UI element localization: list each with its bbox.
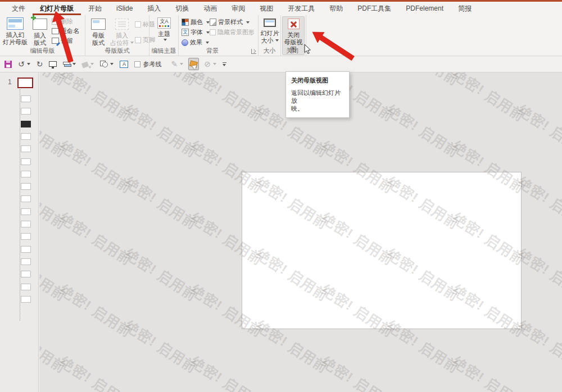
master-slide-thumbnail[interactable]: [17, 78, 33, 88]
dropdown-caret-icon: [90, 63, 94, 65]
watermark-text: 绝密! 启用前: [39, 72, 70, 89]
tab-slide-master[interactable]: 幻灯片母版: [33, 2, 81, 15]
dropdown-caret-icon: [206, 42, 209, 44]
master-layout-button[interactable]: 母版 版式: [88, 16, 109, 47]
tab-pdf-tools[interactable]: PDF工具集: [350, 2, 398, 15]
select-objects-icon: [189, 60, 198, 67]
dropdown-caret-icon: [246, 21, 250, 24]
group-size: 幻灯片 大小 大小: [259, 15, 281, 56]
layout-thumbnail[interactable]: [21, 221, 31, 227]
tab-file[interactable]: 文件: [4, 2, 33, 15]
delete-label: 删除: [61, 17, 73, 26]
preserve-icon: [52, 38, 59, 44]
arrange-button[interactable]: [62, 58, 77, 70]
dropdown-caret-icon: [275, 39, 279, 42]
block-authors-button: ⊘: [203, 58, 217, 70]
layout-thumbnail[interactable]: [21, 108, 31, 115]
background-styles-button[interactable]: 背景样式: [210, 18, 250, 26]
slide-thumbnail-panel: 1: [0, 72, 39, 392]
hide-background-checkbox-icon: [210, 29, 216, 35]
dropdown-caret-icon: [130, 42, 134, 44]
blocked-icon: ⊘: [204, 60, 211, 68]
tab-home[interactable]: 开始: [81, 2, 109, 15]
tab-islide[interactable]: iSlide: [109, 2, 140, 15]
tab-presentation[interactable]: 简报: [451, 2, 479, 15]
shapes-button[interactable]: [99, 58, 115, 70]
slide-size-button[interactable]: 幻灯片 大小: [260, 16, 280, 44]
layout-thumbnail[interactable]: [21, 195, 31, 202]
layout-thumbnail[interactable]: [21, 296, 31, 303]
guides-label: 参考线: [143, 60, 161, 69]
quick-access-toolbar: ↺ ↻ A 参考线 ✎ ⊘: [0, 56, 562, 72]
dropdown-caret-icon: [213, 63, 216, 65]
preserve-button[interactable]: 保留: [52, 37, 73, 45]
layout-thumbnail[interactable]: [21, 183, 31, 190]
slide-size-icon: [264, 19, 276, 27]
effects-label: 效果: [190, 38, 202, 47]
group-edit-master: 插入幻 灯片母版 插入 版式 删除 重命名 保留 编辑母版: [0, 15, 85, 56]
layout-thumbnail[interactable]: [21, 95, 31, 102]
insert-placeholder-icon: [115, 19, 129, 30]
layout-thumbnail[interactable]: [21, 258, 31, 265]
insert-slide-master-button[interactable]: 插入幻 灯片母版: [2, 16, 28, 46]
themes-icon-glyph: 文A: [160, 19, 168, 24]
tab-animations[interactable]: 动画: [196, 2, 224, 15]
group-master-layout: 母版 版式 插入 占位符 标题 页脚 母版版式: [85, 15, 149, 56]
tab-developer[interactable]: 开发工具: [280, 2, 322, 15]
layout-thumbnail[interactable]: [21, 246, 31, 253]
effects-button[interactable]: 效果: [182, 38, 209, 47]
watermark-text: 绝密! 启用前: [383, 101, 463, 162]
tab-pdfelement[interactable]: PDFelement: [398, 2, 451, 15]
layout-thumbnail[interactable]: [21, 233, 31, 240]
undo-icon: ↺: [18, 60, 25, 68]
shapes-icon: [100, 61, 108, 67]
dropdown-caret-icon: [164, 39, 167, 41]
layout-thumbnail[interactable]: [21, 158, 31, 165]
slide-master-surface[interactable]: [242, 172, 522, 329]
layout-thumbnail[interactable]: [21, 133, 31, 140]
rename-button[interactable]: 重命名: [52, 27, 79, 35]
tab-help[interactable]: 帮助: [322, 2, 350, 15]
start-slideshow-button[interactable]: [48, 58, 58, 70]
tab-view[interactable]: 视图: [252, 2, 280, 15]
undo-button[interactable]: ↺: [17, 58, 31, 70]
layout-thumbnail[interactable]: [21, 284, 31, 290]
watermark-text: 绝密! 启用前: [56, 353, 135, 392]
tooltip: 关闭母版视图 返回以编辑幻灯片放 映。: [285, 71, 350, 118]
layout-connector-line: [20, 89, 20, 321]
watermark-text: 绝密! 启用前: [187, 353, 266, 392]
watermark-text: 绝密! 启用前: [56, 72, 135, 125]
watermark-text: 绝密! 启用前: [121, 245, 201, 306]
layout-thumbnail[interactable]: [21, 145, 31, 152]
customize-qat-button[interactable]: [221, 58, 228, 70]
colors-button[interactable]: 颜色: [182, 18, 210, 26]
save-button[interactable]: [3, 58, 13, 70]
dropdown-caret-icon: [27, 63, 30, 65]
themes-button[interactable]: 文A 主题: [152, 16, 176, 41]
layout-thumbnail[interactable]: [21, 171, 31, 177]
insert-layout-button[interactable]: 插入 版式: [29, 16, 51, 47]
more-icon: [223, 62, 226, 66]
guides-checkbox-icon: [134, 61, 140, 67]
select-objects-button[interactable]: [188, 58, 199, 70]
group-edit-theme: 文A 主题 编辑主题: [149, 15, 179, 56]
textbox-button[interactable]: A: [119, 58, 129, 70]
fonts-label: 字体: [191, 28, 203, 37]
themes-icon: 文A: [157, 17, 171, 29]
redo-button[interactable]: ↻: [35, 58, 44, 70]
watermark-text: 绝密! 启用前: [318, 353, 397, 392]
tab-insert[interactable]: 插入: [140, 2, 168, 15]
tab-review[interactable]: 审阅: [224, 2, 252, 15]
guides-checkbox[interactable]: 参考线: [133, 58, 162, 70]
fonts-button[interactable]: 文 字体: [182, 28, 210, 37]
layout-thumbnail[interactable]: [21, 271, 31, 277]
title-checkbox-icon: [135, 21, 141, 28]
footer-checkbox-icon: [135, 37, 141, 43]
layout-thumbnail[interactable]: [21, 208, 31, 215]
editing-canvas[interactable]: 绝密! 启用前绝密! 启用前绝密! 启用前绝密! 启用前绝密! 启用前绝密! 启…: [39, 72, 562, 392]
insert-placeholder-label: 插入 占位符: [110, 32, 129, 46]
tab-transitions[interactable]: 切换: [168, 2, 196, 15]
group-label-master-layout: 母版版式: [85, 47, 149, 55]
layout-thumbnail[interactable]: [21, 121, 31, 127]
dialog-launcher-icon[interactable]: [251, 49, 256, 54]
